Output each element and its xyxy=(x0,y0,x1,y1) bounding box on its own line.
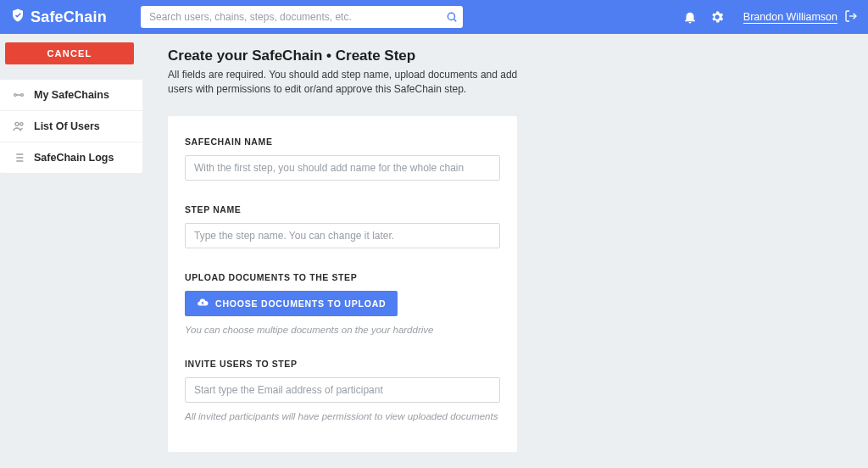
sidebar-item-users[interactable]: List Of Users xyxy=(0,111,142,142)
svg-point-3 xyxy=(14,94,17,97)
field-label: INVITE USERS TO STEP xyxy=(185,359,500,369)
gear-icon[interactable] xyxy=(709,9,725,25)
sidebar-item-my-safechains[interactable]: My SafeChains xyxy=(0,80,142,111)
page-title: Create your SafeChain • Create Step xyxy=(168,47,854,64)
upload-button-label: CHOOSE DOCUMENTS TO UPLOAD xyxy=(215,298,386,309)
users-icon xyxy=(12,120,25,133)
sidebar: CANCEL My SafeChains List Of Users SafeC… xyxy=(0,34,142,468)
field-label: UPLOAD DOCUMENTS TO THE STEP xyxy=(185,272,500,282)
svg-point-7 xyxy=(20,123,23,125)
link-icon xyxy=(12,88,25,102)
field-label: STEP NAME xyxy=(185,204,500,214)
field-invite: INVITE USERS TO STEP All invited partici… xyxy=(185,359,500,421)
user-menu[interactable]: Brandon Williamson xyxy=(743,9,858,25)
sidebar-item-label: List Of Users xyxy=(34,120,100,132)
upload-hint: You can choose multipe documents on the … xyxy=(185,325,500,335)
svg-point-6 xyxy=(15,122,19,125)
field-safechain-name: SAFECHAIN NAME xyxy=(185,136,500,181)
svg-point-0 xyxy=(448,13,454,20)
field-step-name: STEP NAME xyxy=(185,204,500,248)
brand[interactable]: SafeChain xyxy=(10,8,129,27)
sidebar-item-label: SafeChain Logs xyxy=(34,152,114,164)
list-icon xyxy=(12,151,25,164)
sidebar-item-label: My SafeChains xyxy=(34,89,109,101)
page-subtitle: All fields are required. You should add … xyxy=(168,68,532,98)
sidebar-nav: My SafeChains List Of Users SafeChain Lo… xyxy=(0,80,142,173)
cloud-upload-icon xyxy=(197,297,209,310)
logout-icon xyxy=(844,9,858,25)
search xyxy=(141,6,463,28)
user-name: Brandon Williamson xyxy=(743,11,837,23)
search-input[interactable] xyxy=(141,6,463,28)
sidebar-item-logs[interactable]: SafeChain Logs xyxy=(0,142,142,173)
search-icon[interactable] xyxy=(446,11,458,23)
step-name-input[interactable] xyxy=(185,223,500,248)
svg-line-1 xyxy=(454,20,457,22)
invite-hint: All invited participants will have permi… xyxy=(185,411,500,421)
field-label: SAFECHAIN NAME xyxy=(185,136,500,147)
bell-icon[interactable] xyxy=(682,9,698,25)
topbar: SafeChain Brandon Williamson xyxy=(0,0,868,34)
cancel-button[interactable]: CANCEL xyxy=(5,42,134,64)
create-step-card: SAFECHAIN NAME STEP NAME UPLOAD DOCUMENT… xyxy=(168,116,517,452)
brand-name: SafeChain xyxy=(31,8,107,26)
main: Create your SafeChain • Create Step All … xyxy=(142,34,868,468)
choose-documents-button[interactable]: CHOOSE DOCUMENTS TO UPLOAD xyxy=(185,291,398,316)
safechain-name-input[interactable] xyxy=(185,155,500,181)
invite-email-input[interactable] xyxy=(185,377,500,403)
shield-icon xyxy=(10,8,25,27)
field-upload: UPLOAD DOCUMENTS TO THE STEP CHOOSE DOCU… xyxy=(185,272,500,335)
svg-point-4 xyxy=(21,94,24,97)
